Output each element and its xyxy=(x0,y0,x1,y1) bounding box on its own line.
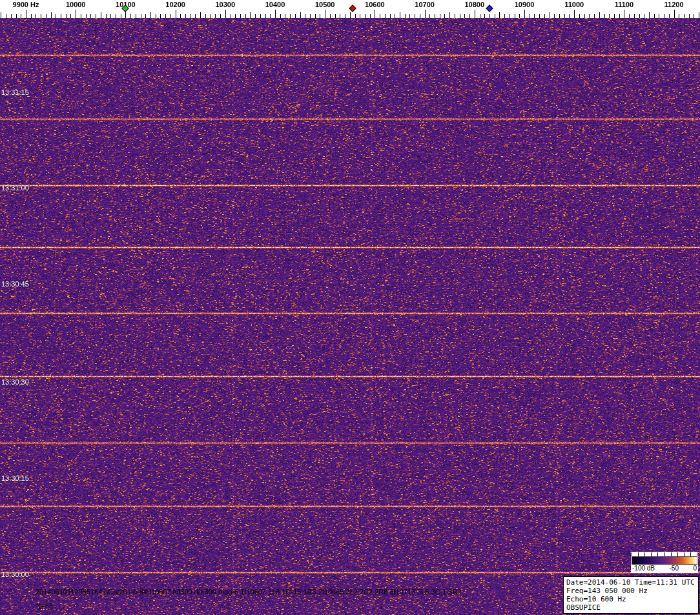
db-color-legend: -100 dB -50 0 xyxy=(631,552,698,573)
time-label: 13:30:30 xyxy=(1,378,29,386)
info-freq-line: Freq=143 050 000 Hz xyxy=(566,587,695,595)
freq-label: 10200 xyxy=(165,1,185,8)
frequency-ruler[interactable]: 9900 Hz100001010010200103001040010500106… xyxy=(0,0,700,18)
info-station-line: OBSUPICE xyxy=(566,603,695,612)
freq-label: 10500 xyxy=(315,1,335,8)
time-label: 13:30:45 xyxy=(1,280,29,288)
freq-label: 10900 xyxy=(515,1,535,8)
freq-label: 10400 xyxy=(265,1,285,8)
time-label: 13:31:00 xyxy=(1,184,29,192)
db-max-label: 0 xyxy=(693,565,697,572)
freq-label: 10800 xyxy=(465,1,485,8)
db-mid-label: -50 xyxy=(670,565,679,572)
freq-label: 10000 xyxy=(66,1,86,8)
db-legend-labels: -100 dB -50 0 xyxy=(632,565,697,572)
freq-label: 10600 xyxy=(365,1,385,8)
time-label: 13:30:15 xyxy=(1,474,29,482)
db-min-label: -100 dB xyxy=(632,565,655,572)
freq-label: 11200 xyxy=(664,1,684,8)
detection-subtext: ^t+55 xyxy=(36,602,53,610)
freq-label: 10700 xyxy=(415,1,435,8)
freq-label: 11000 xyxy=(564,1,584,8)
time-label: 13:30:00 xyxy=(1,570,29,578)
db-legend-gradient xyxy=(632,556,697,565)
freq-label: 11100 xyxy=(615,1,633,8)
freq-label: 10300 xyxy=(216,1,236,8)
spectrogram-canvas[interactable] xyxy=(0,18,700,615)
info-echo-line: Echo=10 600 Hz xyxy=(566,595,695,603)
info-box: Date=2014-06-10 Time=11:31 UTC Freq=143 … xyxy=(563,576,699,614)
time-label: 13:31:15 xyxy=(1,88,29,96)
info-date-line: Date=2014-06-10 Time=11:31 UTC xyxy=(566,578,695,587)
freq-label: 9900 Hz xyxy=(13,1,39,8)
meteor-spectrogram-app: 9900 Hz100001010010200103001040010500106… xyxy=(0,0,700,615)
detection-text: 20140610112955164 hCnt20 nb-84 f10607 hi… xyxy=(36,588,462,596)
